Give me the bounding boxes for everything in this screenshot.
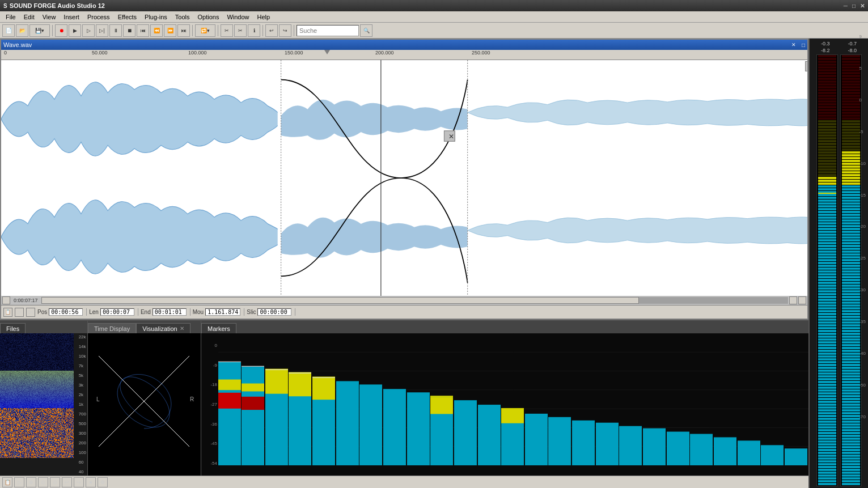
wave-buttons: ✕ □ <box>790 42 805 48</box>
prev-button[interactable]: ⏮ <box>137 24 149 37</box>
time-display-tab[interactable]: Time Display <box>88 323 136 333</box>
bt-btn7[interactable]: ↪ <box>74 477 84 487</box>
wave-filename: Wave.wav <box>3 41 32 48</box>
close-button[interactable]: ✕ <box>860 3 865 9</box>
end-value: 00:01:01 <box>153 308 187 316</box>
bt-btn9[interactable]: ⚙ <box>98 477 108 487</box>
wave-scrollthumb[interactable] <box>41 297 639 304</box>
spectrum-canvas <box>218 333 808 465</box>
visualization-tab[interactable]: Visualization ✕ <box>136 323 190 333</box>
files-tab[interactable]: Files <box>0 323 26 333</box>
restore-button[interactable]: □ <box>852 3 856 9</box>
menu-insert[interactable]: Insert <box>60 12 83 22</box>
bt-btn4[interactable]: ⊙ <box>38 477 48 487</box>
search-input[interactable] <box>297 25 359 36</box>
wave-window: Wave.wav ✕ □ 0 50.000 100.000 150.000 20… <box>0 39 808 320</box>
scroll-plus-btn[interactable]: + <box>789 296 797 304</box>
bt-btn5[interactable]: ⊙ <box>50 477 60 487</box>
pause-button[interactable]: ⏸ <box>109 24 122 37</box>
files-panel-tabs: Files <box>0 321 87 333</box>
bt-btn1[interactable]: 📋 <box>2 477 12 487</box>
menu-plugins[interactable]: Plug-ins <box>141 12 171 22</box>
markers-tab[interactable]: Markers <box>201 323 236 333</box>
fwd-button[interactable]: ⏩ <box>164 24 176 37</box>
wave-maximize-btn[interactable]: □ <box>802 42 805 48</box>
menu-view[interactable]: View <box>39 12 60 22</box>
vu-scale-8: -8.2 -8.0 <box>812 48 866 53</box>
spectrum-content: M 0 -9 -18 -27 -36 -45 -54 <box>201 333 808 476</box>
vu-right-meter <box>840 54 862 486</box>
scroll-minus2-btn[interactable]: − <box>798 296 806 304</box>
slic-label: Slic <box>247 309 256 315</box>
vu-right-canvas <box>841 55 861 486</box>
bt-btn2[interactable]: ▷ <box>14 477 24 487</box>
sep1 <box>52 25 53 36</box>
vu-top-left: -0.3 <box>821 41 830 46</box>
wave-scrolltrack[interactable] <box>41 297 788 304</box>
menu-options[interactable]: Options <box>194 12 223 22</box>
menu-file[interactable]: File <box>2 12 19 22</box>
main-area: Wave.wav ✕ □ 0 50.000 100.000 150.000 20… <box>0 39 868 488</box>
stop-button[interactable]: ⏹ <box>123 24 136 37</box>
ruler-100k: 100.000 <box>188 50 207 56</box>
bt-btn6[interactable]: ↩ <box>62 477 72 487</box>
undo-button[interactable]: ↩ <box>265 24 278 37</box>
open-button[interactable]: 📂 <box>16 24 28 37</box>
status-end: End 00:01:01 <box>141 308 190 316</box>
visualization-close-btn[interactable]: ✕ <box>180 325 184 332</box>
play-sel-button[interactable]: ▷ <box>82 24 95 37</box>
scroll-minus-btn[interactable]: + <box>2 296 10 304</box>
record-button[interactable]: ⏺ <box>55 24 67 37</box>
ruler-50k: 50.000 <box>92 50 108 56</box>
spectrum-panel: Markers M 0 -9 -18 -27 -36 -45 <box>201 321 808 476</box>
next-button[interactable]: ⏭ <box>177 24 190 37</box>
loop-button[interactable]: 🔁▾ <box>195 24 215 37</box>
bottom-panels: Files 22k 14k 10k 7k 5k 3k 2k 1k 700 <box>0 320 808 476</box>
menu-window[interactable]: Window <box>223 12 252 22</box>
status-icon2[interactable]: ▷ <box>15 308 24 317</box>
play-button[interactable]: ▶ <box>69 24 81 37</box>
status-pos: Pos 00:00:56 <box>37 308 87 316</box>
ruler-250k: 250.000 <box>472 50 490 56</box>
trim2-button[interactable]: ✂ <box>234 24 247 37</box>
play-from-button[interactable]: ▷| <box>96 24 108 37</box>
status-slic: Slic 00:00:00 <box>247 308 295 316</box>
waveform-area[interactable]: ✕ ⊙ ↔ <box>1 60 807 296</box>
mou-value: 1.161.874 <box>205 308 240 316</box>
status-len: Len 00:00:07 <box>89 308 138 316</box>
menu-tools[interactable]: Tools <box>172 12 193 22</box>
menu-help[interactable]: Help <box>254 12 274 22</box>
position-marker <box>324 50 330 56</box>
fit-button[interactable]: ↔ <box>805 61 807 71</box>
spectrum-y-axis: 0 -9 -18 -27 -36 -45 -54 <box>201 333 217 476</box>
waveform-svg: ✕ ⊙ <box>1 60 807 296</box>
wave-close-btn[interactable]: ✕ <box>790 42 797 48</box>
status-icon3[interactable]: ▷| <box>26 308 35 317</box>
menu-effects[interactable]: Effects <box>115 12 140 22</box>
len-value: 00:00:07 <box>100 308 134 316</box>
info-button[interactable]: ℹ <box>248 24 260 37</box>
bt-btn3[interactable]: ⊕ <box>26 477 36 487</box>
status-icon1[interactable]: 📋 <box>3 308 12 317</box>
sep4 <box>262 25 263 36</box>
trim-button[interactable]: ✂ <box>221 24 233 37</box>
bt-btn8[interactable]: ★ <box>86 477 96 487</box>
viz-panel: Time Display Visualization ✕ <box>88 321 201 476</box>
search-button[interactable]: 🔍 <box>360 24 372 37</box>
redo-button[interactable]: ↪ <box>279 24 291 37</box>
menu-process[interactable]: Process <box>84 12 113 22</box>
svg-text:✕: ✕ <box>448 133 454 140</box>
rew-button[interactable]: ⏪ <box>150 24 163 37</box>
vu-top-right: -0.7 <box>848 41 857 46</box>
files-content: 22k 14k 10k 7k 5k 3k 2k 1k 700 500 300 2… <box>0 333 87 476</box>
new-button[interactable]: 📄 <box>2 24 15 37</box>
menu-bar: File Edit View Insert Process Effects Pl… <box>0 11 868 23</box>
vu-scale-labels: 9 5 0 -5 -10 -15 -20 -25 -30 -35 -40 -50… <box>859 34 866 419</box>
minimize-button[interactable]: ─ <box>844 3 848 9</box>
title-left: S SOUND FORGE Audio Studio 12 <box>3 2 105 9</box>
ruler-200k: 200.000 <box>375 50 394 56</box>
toolbar: 📄 📂 💾▾ ⏺ ▶ ▷ ▷| ⏸ ⏹ ⏮ ⏪ ⏩ ⏭ 🔁▾ ✂ ✂ ℹ ↩ ↪… <box>0 23 868 39</box>
status-mou: Mou 1.161.874 <box>193 308 245 316</box>
save-button[interactable]: 💾▾ <box>29 24 50 37</box>
menu-edit[interactable]: Edit <box>20 12 38 22</box>
